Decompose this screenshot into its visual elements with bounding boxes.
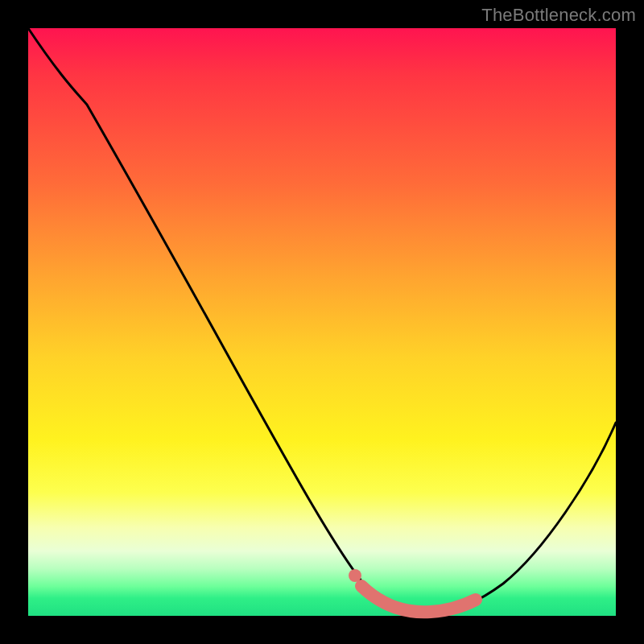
bottleneck-curve	[28, 28, 616, 613]
watermark-text: TheBottleneck.com	[481, 5, 636, 26]
curve-layer	[28, 28, 616, 616]
optimal-range-highlight	[361, 586, 476, 612]
chart-frame: TheBottleneck.com	[0, 0, 644, 644]
plot-area	[28, 28, 616, 616]
marker-dot	[349, 569, 361, 582]
